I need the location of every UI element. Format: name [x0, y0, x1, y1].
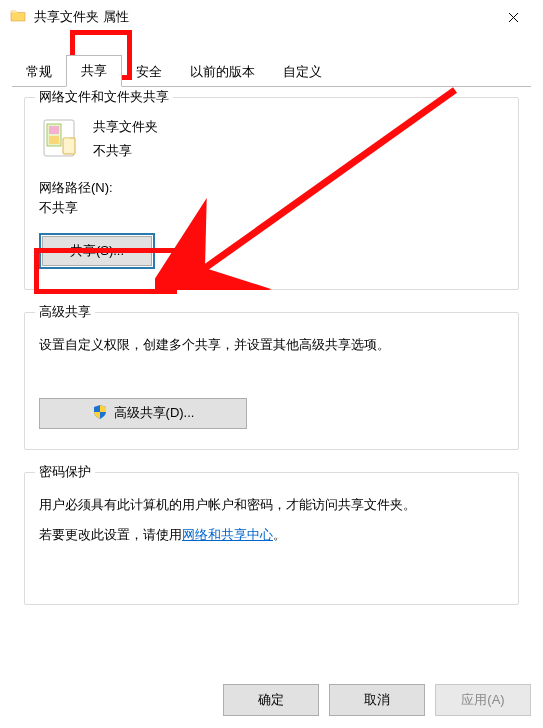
apply-button: 应用(A)	[435, 684, 531, 716]
group-legend: 网络文件和文件夹共享	[35, 88, 173, 106]
group-legend: 密码保护	[35, 463, 95, 481]
svg-rect-4	[63, 138, 75, 154]
advanced-sharing-desc: 设置自定义权限，创建多个共享，并设置其他高级共享选项。	[39, 333, 504, 358]
group-password-protect: 密码保护 用户必须具有此计算机的用户帐户和密码，才能访问共享文件夹。 若要更改此…	[24, 472, 519, 605]
tab-sharing[interactable]: 共享	[66, 55, 122, 87]
shield-icon	[92, 404, 108, 423]
network-sharing-center-link[interactable]: 网络和共享中心	[182, 527, 273, 542]
shared-folder-icon	[41, 118, 79, 163]
tab-general[interactable]: 常规	[12, 57, 66, 87]
group-legend: 高级共享	[35, 303, 95, 321]
folder-icon	[10, 8, 34, 27]
shared-folder-name: 共享文件夹	[93, 118, 158, 136]
shared-folder-status: 不共享	[93, 142, 158, 160]
ok-button[interactable]: 确定	[223, 684, 319, 716]
advanced-sharing-button-label: 高级共享(D)...	[114, 404, 195, 422]
svg-rect-2	[49, 126, 59, 134]
dialog-footer: 确定 取消 应用(A)	[223, 684, 531, 716]
window-title: 共享文件夹 属性	[34, 8, 493, 26]
svg-rect-3	[49, 136, 59, 144]
cancel-button[interactable]: 取消	[329, 684, 425, 716]
tab-custom[interactable]: 自定义	[269, 57, 336, 87]
tab-bar: 常规 共享 安全 以前的版本 自定义	[0, 52, 543, 87]
titlebar: 共享文件夹 属性	[0, 0, 543, 34]
share-button[interactable]: 共享(S)...	[42, 236, 152, 266]
tab-previous-versions[interactable]: 以前的版本	[176, 57, 269, 87]
tab-panel: 网络文件和文件夹共享 共享文件夹 不共享 网络路径(N): 不共享 共享(S).	[24, 97, 519, 605]
group-network-sharing: 网络文件和文件夹共享 共享文件夹 不共享 网络路径(N): 不共享 共享(S).	[24, 97, 519, 290]
password-desc: 用户必须具有此计算机的用户帐户和密码，才能访问共享文件夹。	[39, 493, 504, 518]
close-button[interactable]	[493, 3, 533, 31]
advanced-sharing-button[interactable]: 高级共享(D)...	[39, 398, 247, 429]
tab-security[interactable]: 安全	[122, 57, 176, 87]
group-advanced-sharing: 高级共享 设置自定义权限，创建多个共享，并设置其他高级共享选项。 高级共享(D)…	[24, 312, 519, 450]
network-path-value: 不共享	[39, 199, 504, 217]
network-path-label: 网络路径(N):	[39, 179, 504, 197]
password-change-hint: 若要更改此设置，请使用网络和共享中心。	[39, 523, 504, 548]
